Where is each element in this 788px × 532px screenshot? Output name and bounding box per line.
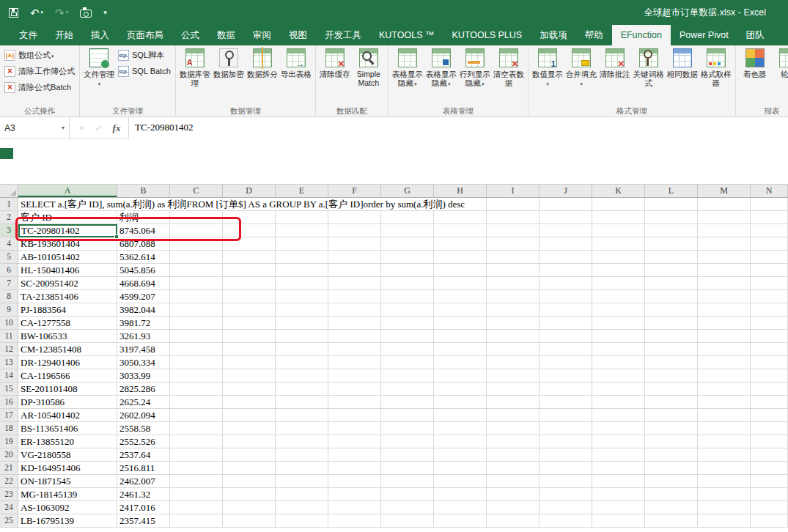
cell-I18[interactable] xyxy=(487,422,540,435)
column-header-E[interactable]: E xyxy=(276,185,328,197)
clear-formula-batch-button[interactable]: 清除公式Batch xyxy=(2,81,77,94)
cell-J8[interactable] xyxy=(540,290,592,303)
cell-E4[interactable] xyxy=(276,237,328,251)
cell-J19[interactable] xyxy=(540,435,592,448)
cell-J25[interactable] xyxy=(540,514,592,528)
clear-cache-button[interactable]: 清除批注 xyxy=(598,46,632,99)
row-header-7[interactable]: 7 xyxy=(0,277,18,290)
array-formula-button[interactable]: 数组公式▾ xyxy=(2,48,77,62)
cell-F2[interactable] xyxy=(328,211,381,224)
cell-D3[interactable] xyxy=(223,224,276,237)
cell-A14[interactable]: CA-1196566 xyxy=(18,369,117,383)
cell-D18[interactable] xyxy=(223,422,276,435)
column-header-C[interactable]: C xyxy=(170,185,223,197)
row-header-5[interactable]: 5 xyxy=(0,251,18,264)
column-header-B[interactable]: B xyxy=(117,185,170,197)
cell-L19[interactable] xyxy=(645,435,698,448)
tab-page-layout[interactable]: 页面布局 xyxy=(118,25,172,45)
cell-C5[interactable] xyxy=(170,251,223,264)
cell-F11[interactable] xyxy=(328,330,381,343)
cell-C23[interactable] xyxy=(170,488,223,501)
cell-L5[interactable] xyxy=(645,251,698,264)
cell-G21[interactable] xyxy=(381,462,434,475)
cell-I23[interactable] xyxy=(487,488,540,501)
cell-G19[interactable] xyxy=(381,435,434,448)
cell-I19[interactable] xyxy=(487,435,540,448)
row-header-15[interactable]: 15 xyxy=(0,383,18,396)
cell-E10[interactable] xyxy=(276,317,328,330)
row-header-19[interactable]: 19 xyxy=(0,435,18,448)
cell-F14[interactable] xyxy=(328,369,381,383)
cell-J23[interactable] xyxy=(540,488,592,501)
cell-G13[interactable] xyxy=(381,356,434,369)
cell-A7[interactable]: SC-200951402 xyxy=(18,277,117,290)
cell-E16[interactable] xyxy=(276,396,328,409)
cell-M14[interactable] xyxy=(698,369,751,383)
row-header-16[interactable]: 16 xyxy=(0,396,18,409)
cell-I21[interactable] xyxy=(487,462,540,475)
cell-A2[interactable]: 客户 ID xyxy=(18,211,117,224)
cell-A9[interactable]: PJ-1883564 xyxy=(18,303,117,317)
cell-E15[interactable] xyxy=(276,383,328,396)
cell-J24[interactable] xyxy=(540,501,592,514)
cell-E23[interactable] xyxy=(276,488,328,501)
cell-K5[interactable] xyxy=(592,251,645,264)
cell-C6[interactable] xyxy=(170,264,223,277)
cell-C15[interactable] xyxy=(170,383,223,396)
cell-B13[interactable]: 3050.334 xyxy=(117,356,170,369)
cell-I4[interactable] xyxy=(487,237,540,251)
cell-D23[interactable] xyxy=(223,488,276,501)
cell-L10[interactable] xyxy=(645,317,698,330)
cell-L13[interactable] xyxy=(645,356,698,369)
cell-F20[interactable] xyxy=(328,448,381,462)
tab-efunction[interactable]: EFunction xyxy=(612,25,671,45)
cell-H22[interactable] xyxy=(434,475,487,488)
cell-L23[interactable] xyxy=(645,488,698,501)
cell-A18[interactable]: BS-113651406 xyxy=(18,422,117,435)
insert-function-button[interactable]: fx xyxy=(108,122,125,134)
database-manage-button[interactable]: 数据库管理 xyxy=(178,46,212,99)
row-header-3[interactable]: 3 xyxy=(0,224,18,237)
cell-C18[interactable] xyxy=(170,422,223,435)
cell-M24[interactable] xyxy=(698,501,751,514)
clear-cache-button[interactable]: 清除缓存 xyxy=(318,46,352,99)
cell-C3[interactable] xyxy=(170,224,223,237)
cell-M4[interactable] xyxy=(698,237,751,251)
cell-M17[interactable] xyxy=(698,409,751,422)
cell-I20[interactable] xyxy=(487,448,540,462)
cell-F7[interactable] xyxy=(328,277,381,290)
row-header-22[interactable]: 22 xyxy=(0,475,18,488)
chevron-down-icon[interactable]: ▾ xyxy=(62,125,65,131)
cell-L20[interactable] xyxy=(645,448,698,462)
cell-N11[interactable] xyxy=(751,330,788,343)
tab-team[interactable]: 团队 xyxy=(737,25,773,45)
cell-B5[interactable]: 5362.614 xyxy=(117,251,170,264)
cell-D24[interactable] xyxy=(223,501,276,514)
cell-K22[interactable] xyxy=(592,475,645,488)
cell-C10[interactable] xyxy=(170,317,223,330)
cell-K3[interactable] xyxy=(592,224,645,237)
cell-H17[interactable] xyxy=(434,409,487,422)
cell-A13[interactable]: DR-129401406 xyxy=(18,356,117,369)
number-display-button[interactable]: 数值显示▾ xyxy=(531,46,564,99)
grid-cell[interactable] xyxy=(540,198,592,211)
cell-I11[interactable] xyxy=(487,330,540,343)
cell-C21[interactable] xyxy=(170,462,223,475)
cell-B9[interactable]: 3982.044 xyxy=(117,303,170,317)
cell-H6[interactable] xyxy=(434,264,487,277)
cell-H21[interactable] xyxy=(434,462,487,475)
cell-N15[interactable] xyxy=(751,383,788,396)
cell-B3[interactable]: 8745.064 xyxy=(117,224,170,237)
cell-C12[interactable] xyxy=(170,343,223,356)
row-header-4[interactable]: 4 xyxy=(0,237,18,251)
grid-cell[interactable] xyxy=(592,198,645,211)
sheet-show-hide-button[interactable]: 表格显示隐藏▾ xyxy=(391,46,424,99)
data-split-button[interactable]: 数据拆分 xyxy=(246,46,279,99)
cell-A21[interactable]: KD-164951406 xyxy=(18,462,117,475)
cell-H4[interactable] xyxy=(434,237,487,251)
cell-H10[interactable] xyxy=(434,317,487,330)
cell-N14[interactable] xyxy=(751,369,788,383)
cell-L8[interactable] xyxy=(645,290,698,303)
cell-J9[interactable] xyxy=(540,303,592,317)
cell-K20[interactable] xyxy=(592,448,645,462)
